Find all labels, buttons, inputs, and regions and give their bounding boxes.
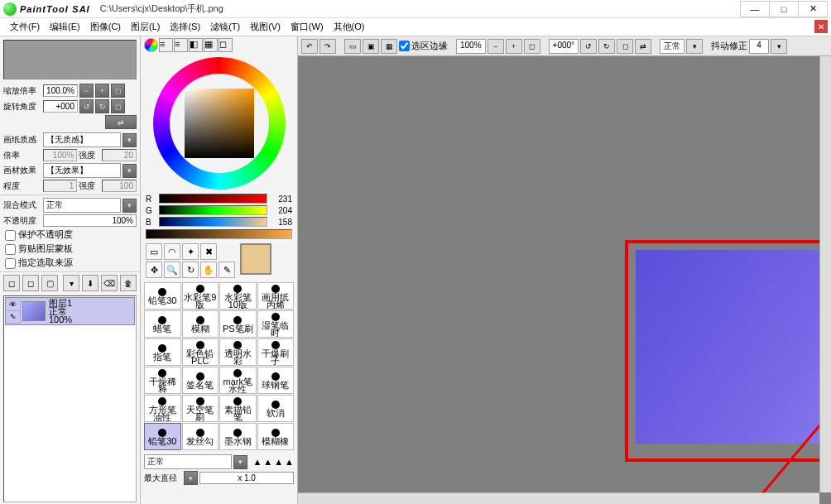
brush-preset[interactable]: 发丝勾: [182, 423, 219, 450]
brush-preset[interactable]: 彩色铅PLC: [182, 338, 219, 366]
brush-preset[interactable]: 水彩笔10版: [219, 282, 257, 310]
rgb-slider-tab[interactable]: ≡: [159, 38, 173, 52]
rect-select-tool[interactable]: ▭: [146, 243, 162, 260]
vertical-scrollbar[interactable]: [819, 56, 831, 492]
scratchpad-tab[interactable]: ◻: [219, 38, 233, 52]
brush-preset[interactable]: 水彩笔9版: [182, 282, 219, 310]
color-square[interactable]: [185, 89, 254, 158]
angle-select[interactable]: +000°: [549, 39, 579, 54]
zoom-in-tb-button[interactable]: +: [506, 39, 522, 54]
brush-size-value[interactable]: x 1.0: [199, 472, 294, 484]
r-slider[interactable]: [159, 194, 267, 204]
brush-blend-dropdown-icon[interactable]: ▾: [233, 455, 247, 469]
paper-strength-value[interactable]: 20: [102, 149, 137, 161]
menu-select[interactable]: 选择(S): [165, 19, 205, 35]
brush-preset[interactable]: 铅笔30: [144, 423, 181, 450]
menu-layer[interactable]: 图层(L): [126, 19, 165, 35]
menu-other[interactable]: 其他(O): [329, 19, 370, 35]
paper-scale-value[interactable]: 100%: [43, 149, 78, 161]
menu-edit[interactable]: 编辑(E): [45, 19, 85, 35]
color-wheel-tab[interactable]: [144, 38, 158, 52]
new-linework-button[interactable]: ◻: [22, 275, 39, 291]
hand-tool[interactable]: ✋: [200, 262, 217, 278]
brush-preset[interactable]: 透明水彩: [219, 338, 257, 366]
deselect-button[interactable]: ▭: [344, 39, 361, 54]
brush-preset[interactable]: 湿笔临时: [257, 310, 295, 338]
g-value[interactable]: 204: [271, 206, 292, 215]
paper-effect-select[interactable]: 【无效果】: [43, 163, 121, 178]
brush-preset[interactable]: 软消: [257, 395, 295, 422]
move-tool[interactable]: ✥: [146, 262, 162, 278]
horizontal-scrollbar[interactable]: [298, 492, 819, 504]
brush-preset[interactable]: 模糊: [182, 310, 219, 338]
paper-str2-value[interactable]: 100: [102, 180, 137, 192]
zoom-in-button[interactable]: +: [95, 84, 109, 98]
paper-texture-select[interactable]: 【无质感】: [43, 132, 121, 147]
intermediate-color-bar[interactable]: [146, 229, 292, 239]
r-value[interactable]: 231: [271, 194, 292, 204]
x-tool[interactable]: ✖: [200, 243, 217, 260]
zoom-fit-button[interactable]: ◻: [524, 39, 540, 54]
brush-shape-2[interactable]: ▲: [263, 457, 272, 467]
magic-wand-tool[interactable]: ✦: [182, 243, 199, 260]
lasso-tool[interactable]: ◠: [164, 243, 180, 260]
transfer-down-button[interactable]: ▾: [63, 275, 79, 291]
brush-preset[interactable]: 球钢笔: [257, 367, 295, 394]
foreground-color-swatch[interactable]: [240, 243, 271, 275]
menu-image[interactable]: 图像(C): [85, 19, 126, 35]
brush-preset[interactable]: 模糊橡: [257, 423, 295, 450]
blend-mode-select[interactable]: 正常: [43, 198, 121, 213]
brush-preset[interactable]: 墨水钢: [219, 423, 257, 450]
swatch-tab[interactable]: ▦: [204, 38, 218, 52]
brush-preset[interactable]: 方形笔油性: [144, 395, 181, 422]
maximize-button[interactable]: □: [769, 1, 799, 17]
layer-edit-icon[interactable]: ✎: [6, 311, 20, 324]
invert-select-button[interactable]: ▣: [363, 39, 379, 54]
stabilizer-value[interactable]: 4: [749, 39, 769, 54]
redo-button[interactable]: ↷: [319, 39, 336, 54]
merge-down-button[interactable]: ⬇: [82, 275, 98, 291]
layer-list[interactable]: 👁✎ 图层1 正常 100%: [3, 295, 137, 502]
layer-item[interactable]: 👁✎ 图层1 正常 100%: [5, 297, 135, 325]
blend-tb-dropdown[interactable]: ▾: [686, 39, 703, 54]
b-value[interactable]: 158: [271, 218, 292, 227]
opacity-value[interactable]: 100%: [43, 214, 137, 227]
show-select-button[interactable]: ▦: [381, 39, 397, 54]
brush-shape-1[interactable]: ▲: [252, 457, 262, 467]
hsv-slider-tab[interactable]: ≡: [174, 38, 188, 52]
undo-button[interactable]: ↶: [301, 39, 318, 54]
zoom-out-tb-button[interactable]: −: [488, 39, 504, 54]
new-layer-button[interactable]: ◻: [3, 275, 20, 291]
brush-preset[interactable]: 干爆刷子: [257, 338, 295, 366]
eyedropper-tool[interactable]: ✎: [219, 262, 235, 278]
selection-edge-checkbox[interactable]: [399, 41, 410, 51]
zoom-value[interactable]: 100.0%: [43, 84, 78, 97]
zoom-reset-button[interactable]: ◻: [111, 84, 125, 98]
paper-degree-value[interactable]: 1: [43, 180, 78, 192]
rotate-ccw-tb-button[interactable]: ↺: [580, 39, 597, 54]
paper-effect-dropdown-icon[interactable]: ▾: [122, 164, 137, 178]
brush-preset[interactable]: 铅笔30: [144, 282, 181, 310]
rotate-reset-tb-button[interactable]: ◻: [617, 39, 633, 54]
zoom-out-button[interactable]: −: [79, 84, 94, 98]
rotate-cw-tb-button[interactable]: ↻: [598, 39, 615, 54]
brush-size-picker-icon[interactable]: ▾: [184, 471, 198, 485]
menu-file[interactable]: 文件(F): [5, 19, 45, 35]
rotate-ccw-button[interactable]: ↺: [79, 99, 94, 113]
menu-filter[interactable]: 滤镜(T): [205, 19, 245, 35]
clear-layer-button[interactable]: ⌫: [101, 275, 118, 291]
brush-blend-select[interactable]: 正常: [144, 454, 232, 469]
clip-mask-checkbox[interactable]: [5, 244, 16, 255]
blend-tb-select[interactable]: 正常: [660, 39, 684, 54]
minimize-button[interactable]: —: [740, 1, 770, 17]
brush-preset[interactable]: 指笔: [144, 338, 181, 366]
color-wheel[interactable]: [153, 57, 286, 190]
paper-texture-dropdown-icon[interactable]: ▾: [122, 133, 137, 147]
flip-tb-button[interactable]: ⇄: [635, 39, 651, 54]
zoom-tool[interactable]: 🔍: [164, 262, 180, 278]
brush-preset[interactable]: 天空笔刷: [182, 395, 219, 422]
navigator-thumbnail[interactable]: [3, 40, 137, 79]
menu-view[interactable]: 视图(V): [245, 19, 286, 35]
flip-horizontal-button[interactable]: ⇄: [105, 115, 137, 129]
close-button[interactable]: ✕: [798, 1, 828, 17]
